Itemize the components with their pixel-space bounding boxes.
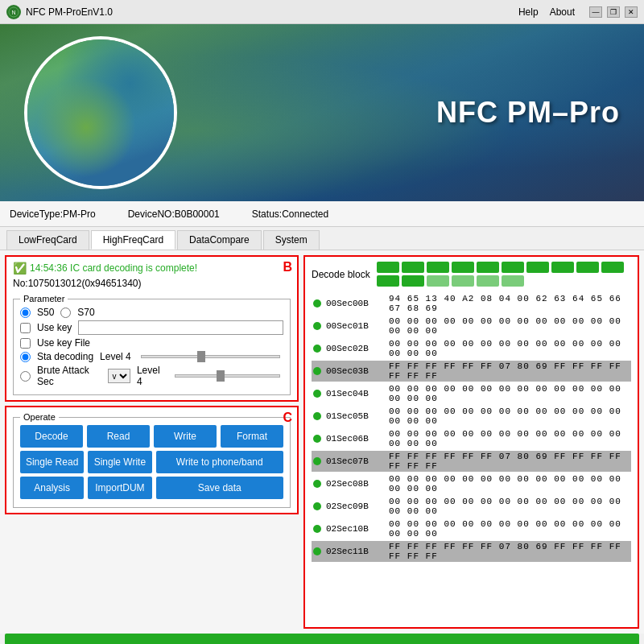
- main-content: B ✅ 14:54:36 IC card decoding is complet…: [0, 250, 644, 634]
- single-read-button[interactable]: Single Read: [20, 451, 84, 473]
- row-addr-9: 02Sec09B: [326, 502, 384, 511]
- close-button[interactable]: ✕: [625, 6, 638, 18]
- row-data-2: 00 00 00 00 00 00 00 00 00 00 00 00 00 0…: [389, 339, 630, 358]
- device-status: Status:Connected: [252, 208, 328, 220]
- radio-s50[interactable]: [20, 308, 31, 318]
- read-button[interactable]: Read: [87, 425, 150, 448]
- block-indicator-8: [576, 262, 599, 273]
- decode-button[interactable]: Decode: [20, 425, 83, 448]
- analysis-button[interactable]: Analysis: [20, 477, 84, 499]
- row-dot-10: [313, 525, 321, 533]
- brute-select[interactable]: v: [108, 369, 130, 383]
- data-row-10: 02Sec10B00 00 00 00 00 00 00 00 00 00 00…: [312, 518, 631, 539]
- block-indicator-13: [452, 275, 474, 287]
- circle-inner: [27, 39, 174, 186]
- left-panel: B ✅ 14:54:36 IC card decoding is complet…: [5, 255, 299, 629]
- row-dot-5: [313, 412, 321, 420]
- block-indicator-10: [377, 275, 399, 287]
- tab-lowfreqcard[interactable]: LowFreqCard: [6, 230, 89, 250]
- checkbox-use-key-file[interactable]: [20, 338, 31, 349]
- row-data-9: 00 00 00 00 00 00 00 00 00 00 00 00 00 0…: [389, 497, 630, 516]
- menu-about[interactable]: About: [550, 6, 575, 18]
- tab-datacompare[interactable]: DataCompare: [177, 230, 262, 250]
- row-data-4: 00 00 00 00 00 00 00 00 00 00 00 00 00 0…: [389, 384, 630, 403]
- param-row-stadecoding: Sta decoding Level 4: [20, 351, 283, 362]
- row-dot-0: [313, 299, 321, 308]
- block-indicator-5: [502, 262, 524, 273]
- parameter-group: Parameter S50 S70 Use key Use key File: [13, 294, 291, 395]
- banner-title: NFC PM–Pro: [436, 96, 620, 130]
- row-dot-6: [313, 435, 321, 443]
- radio-sta-decoding[interactable]: [20, 352, 31, 362]
- status-check-icon: ✅: [13, 262, 27, 275]
- row-addr-11: 02Sec11B: [326, 547, 384, 556]
- radio-s70[interactable]: [60, 308, 71, 318]
- section-d: Decode block 00Sec00B94 65 13 40 A2 08 0…: [303, 255, 639, 629]
- row-dot-9: [313, 502, 321, 510]
- data-row-6: 01Sec06B00 00 00 00 00 00 00 00 00 00 00…: [312, 428, 631, 449]
- btn-row-1: Decode Read Write Format: [20, 425, 283, 448]
- write-to-phone-button[interactable]: Write to phone/band: [156, 451, 284, 473]
- block-indicator-0: [377, 262, 399, 273]
- title-bar-left: N NFC PM-ProEnV1.0: [6, 5, 113, 19]
- app-title: NFC PM-ProEnV1.0: [26, 6, 113, 18]
- row-addr-3: 00Sec03B: [326, 366, 384, 376]
- block-indicator-3: [452, 262, 474, 273]
- section-c: C Operate Decode Read Write Format Singl…: [5, 406, 299, 514]
- radio-brute-attack[interactable]: [20, 371, 31, 382]
- section-b-label: B: [283, 260, 292, 275]
- block-indicator-15: [502, 275, 524, 287]
- row-dot-1: [313, 322, 321, 330]
- row-addr-8: 02Sec08B: [326, 479, 384, 489]
- row-addr-1: 00Sec01B: [326, 321, 384, 331]
- row-addr-5: 01Sec05B: [326, 411, 384, 421]
- row-addr-0: 00Sec00B: [326, 299, 384, 308]
- data-area: 00Sec00B94 65 13 40 A2 08 04 00 62 63 64…: [312, 293, 631, 625]
- block-indicator-9: [601, 262, 624, 273]
- block-indicator-4: [477, 262, 499, 273]
- block-indicator-6: [526, 262, 549, 273]
- row-addr-4: 01Sec04B: [326, 389, 384, 398]
- device-type: DeviceType:PM-Pro: [10, 208, 96, 220]
- row-data-10: 00 00 00 00 00 00 00 00 00 00 00 00 00 0…: [389, 519, 630, 539]
- minimize-button[interactable]: —: [589, 6, 602, 18]
- tabs-bar: LowFreqCard HighFreqCard DataCompare Sys…: [0, 227, 644, 250]
- row-data-6: 00 00 00 00 00 00 00 00 00 00 00 00 00 0…: [389, 429, 630, 448]
- single-write-button[interactable]: Single Write: [88, 451, 151, 473]
- progress-bar: [5, 634, 639, 644]
- tab-system[interactable]: System: [263, 230, 320, 250]
- block-indicator-14: [477, 275, 499, 287]
- key-input[interactable]: [78, 320, 283, 335]
- sta-level-slider[interactable]: [141, 355, 280, 358]
- row-data-5: 00 00 00 00 00 00 00 00 00 00 00 00 00 0…: [389, 407, 630, 426]
- data-row-2: 00Sec02B00 00 00 00 00 00 00 00 00 00 00…: [312, 338, 631, 359]
- app-icon: N: [6, 5, 21, 19]
- row-dot-2: [313, 345, 321, 353]
- row-dot-7: [313, 457, 321, 465]
- data-row-0: 00Sec00B94 65 13 40 A2 08 04 00 62 63 64…: [312, 293, 631, 314]
- block-indicator-1: [402, 262, 424, 273]
- data-row-1: 00Sec01B00 00 00 00 00 00 00 00 00 00 00…: [312, 316, 631, 336]
- data-row-5: 01Sec05B00 00 00 00 00 00 00 00 00 00 00…: [312, 406, 631, 427]
- operate-legend: Operate: [20, 412, 59, 422]
- format-button[interactable]: Format: [221, 425, 283, 448]
- section-ab: B ✅ 14:54:36 IC card decoding is complet…: [5, 255, 299, 402]
- maximize-button[interactable]: ❐: [607, 6, 620, 18]
- operate-group: Operate Decode Read Write Format Single …: [13, 412, 291, 508]
- import-dum-button[interactable]: ImportDUM: [88, 477, 151, 499]
- write-button[interactable]: Write: [154, 425, 217, 448]
- save-data-button[interactable]: Save data: [156, 477, 284, 499]
- checkbox-use-key[interactable]: [20, 323, 31, 333]
- brute-level-slider[interactable]: [175, 374, 280, 378]
- menu-help[interactable]: Help: [518, 6, 539, 18]
- row-data-11: FF FF FF FF FF FF 07 80 69 FF FF FF FF F…: [389, 542, 630, 561]
- block-indicator-2: [427, 262, 449, 273]
- param-row-usekeyfile: Use key File: [20, 337, 283, 349]
- param-row-usekey: Use key: [20, 320, 283, 335]
- device-info-bar: DeviceType:PM-Pro DeviceNO:B0B00001 Stat…: [0, 201, 644, 227]
- tab-highfreqcard[interactable]: HighFreqCard: [91, 230, 175, 250]
- row-dot-8: [313, 480, 321, 488]
- block-indicator-7: [551, 262, 574, 273]
- title-bar: N NFC PM-ProEnV1.0 Help About — ❐ ✕: [0, 0, 644, 24]
- decode-header: Decode block: [312, 262, 631, 287]
